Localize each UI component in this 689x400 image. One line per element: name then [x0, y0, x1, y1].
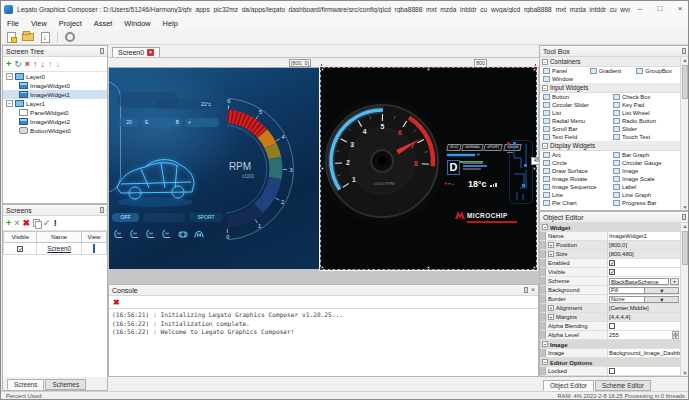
tree-node-buttonwidget0[interactable]: ButtonWidget0 [3, 126, 107, 135]
screen-name-link[interactable]: Screen0 [47, 245, 71, 252]
scrollbar-thumb[interactable] [682, 231, 688, 265]
expand-icon[interactable]: + [548, 251, 554, 257]
move-up-icon[interactable]: ↑ [48, 60, 53, 69]
close-icon[interactable]: × [147, 49, 154, 56]
menu-file[interactable]: File [1, 17, 25, 30]
toolbox-item-draw-surface[interactable]: Draw Surface [540, 167, 610, 175]
move-down-icon[interactable]: ↓ [56, 60, 61, 69]
menu-view[interactable]: View [25, 17, 53, 30]
table-row[interactable]: Screen0 [4, 243, 107, 255]
tab-object-editor[interactable]: Object Editor [543, 380, 594, 391]
alert-icon[interactable]: ! [54, 219, 57, 228]
add-icon[interactable]: + [6, 60, 11, 69]
toolbox-item-touch-test[interactable]: Touch Test [610, 133, 680, 141]
toolbox-item-key-pad[interactable]: Key Pad [610, 101, 680, 109]
pin-icon[interactable] [682, 48, 686, 54]
chevron-down-icon[interactable]: ▼ [670, 278, 679, 285]
toolbox-item-circle[interactable]: Circle [540, 159, 610, 167]
menu-asset[interactable]: Asset [88, 17, 118, 30]
import-icon[interactable] [38, 31, 52, 44]
check-icon[interactable]: ✓ [43, 219, 51, 228]
collapse-icon[interactable]: − [542, 224, 548, 230]
section-display-widgets[interactable]: −Display Widgets [540, 141, 680, 151]
collapse-icon[interactable]: − [6, 100, 13, 107]
section-containers[interactable]: −Containers [540, 57, 680, 67]
tab-scheme-editor[interactable]: Scheme Editor [595, 380, 651, 391]
pin-icon[interactable] [682, 214, 686, 220]
move-bottom-icon[interactable]: ↓ [41, 60, 46, 69]
toolbox-item-scroll-bar[interactable]: Scroll Bar [540, 125, 610, 133]
toolbox-item-image-sequence[interactable]: Image Sequence [540, 183, 610, 191]
tree-node-layer1[interactable]: −Layer1 [3, 99, 107, 108]
toolbox-item-list-wheel[interactable]: List Wheel [610, 109, 680, 117]
clear-console-icon[interactable]: ✖ [113, 298, 120, 307]
toolbox-item-bar-graph[interactable]: Bar Graph [610, 151, 680, 159]
toolbox-item-check-box[interactable]: Check Box [610, 93, 680, 101]
toolbox-item-image[interactable]: Image [610, 167, 680, 175]
design-canvas[interactable]: [800, 0] 800 21°c 20 E B + [108, 58, 539, 284]
remove-icon[interactable]: × [14, 219, 19, 228]
screen-thumbnail-icon[interactable] [93, 244, 95, 253]
property-value[interactable]: [Center,Middle] [609, 305, 649, 311]
image-widget0-dashboard[interactable]: 21°c 20 E B + 6543210RPMx1000 OFF [109, 68, 319, 269]
open-project-icon[interactable] [21, 31, 35, 44]
toolbox-item-line-graph[interactable]: Line Graph [610, 191, 680, 199]
spin-down-icon[interactable]: ▼ [672, 335, 679, 339]
toolbox-item-line[interactable]: Line [540, 191, 610, 199]
property-value[interactable]: BlackBaseScheme [609, 278, 669, 285]
property-value[interactable]: [4,4,4,4] [609, 314, 630, 320]
new-project-icon[interactable] [4, 31, 18, 44]
expand-icon[interactable]: + [548, 314, 554, 320]
tree-node-panelwidget0[interactable]: PanelWidget0 [3, 108, 107, 117]
tab-screens[interactable]: Screens [7, 379, 44, 390]
toolbox-item-list[interactable]: List [540, 109, 610, 117]
toolbox-item-radio-button[interactable]: Radio Button [610, 117, 680, 125]
tree-node-imagewidget1[interactable]: ImageWidget1 [3, 90, 107, 99]
scroll-down-icon[interactable]: ▼ [681, 204, 689, 210]
collapse-icon[interactable]: − [542, 85, 548, 91]
toolbox-item-radial-menu[interactable]: Radial Menu [540, 117, 610, 125]
refresh-icon[interactable]: ↻ [14, 60, 22, 69]
property-value[interactable]: [800,0] [609, 242, 627, 248]
property-value[interactable]: [800,480] [609, 251, 634, 257]
toolbox-item-circular-slider[interactable]: Circular Slider [540, 101, 610, 109]
property-checkbox[interactable] [609, 368, 615, 374]
group-label[interactable]: −Editor Options [540, 358, 592, 366]
tab-schemes[interactable]: Schemes [45, 379, 86, 390]
image-widget1-dashboard[interactable]: 12345678x1000 RPM ECONORMALSPORTSNOW H D… [321, 68, 536, 269]
close-icon[interactable]: × [531, 287, 535, 293]
pin-icon[interactable] [524, 287, 528, 293]
delete-icon[interactable]: × [25, 60, 30, 69]
property-checkbox[interactable] [609, 260, 615, 266]
tree-node-layer0[interactable]: −Layer0 [3, 72, 107, 81]
scrollbar-thumb[interactable] [682, 65, 688, 99]
chevron-down-icon[interactable]: ▼ [644, 297, 679, 302]
property-value[interactable]: 255 [609, 332, 619, 338]
property-value[interactable]: Background_Image_Dashboard [609, 350, 680, 356]
tab-screen0[interactable]: Screen0 × [112, 47, 160, 57]
section-input-widgets[interactable]: −Input Widgets [540, 83, 680, 93]
toolbox-item-label[interactable]: Label [610, 183, 680, 191]
collapse-icon[interactable]: − [542, 341, 548, 347]
toolbox-item-gradient[interactable]: Gradient [587, 67, 634, 75]
toolbox-item-groupbox[interactable]: GroupBox [633, 67, 680, 75]
toolbox-item-image-scale[interactable]: Image Scale [610, 175, 680, 183]
collapse-icon[interactable]: − [542, 359, 548, 365]
toolbox-item-panel[interactable]: Panel [540, 67, 587, 75]
toolbox-item-arc[interactable]: Arc [540, 151, 610, 159]
visible-checkbox[interactable] [17, 246, 23, 252]
move-top-icon[interactable]: ↑ [33, 60, 38, 69]
toolbox-item-progress-bar[interactable]: Progress Bar [610, 199, 680, 207]
delete-icon[interactable]: ✖ [23, 219, 31, 228]
menu-help[interactable]: Help [157, 17, 184, 30]
maximize-icon[interactable]: □ [650, 1, 670, 17]
collapse-icon[interactable]: − [542, 59, 548, 65]
pin-icon[interactable] [100, 207, 104, 213]
toolbox-item-slider[interactable]: Slider [610, 125, 680, 133]
toolbox-item-window[interactable]: Window [540, 75, 587, 83]
object-editor-scrollbar[interactable]: ▲ ▼ [680, 223, 689, 376]
tree-node-imagewidget0[interactable]: ImageWidget0 [3, 81, 107, 90]
toolbox-item-image-rotate[interactable]: Image Rotate [540, 175, 610, 183]
scroll-up-icon[interactable]: ▲ [681, 57, 689, 63]
collapse-icon[interactable]: − [542, 143, 548, 149]
